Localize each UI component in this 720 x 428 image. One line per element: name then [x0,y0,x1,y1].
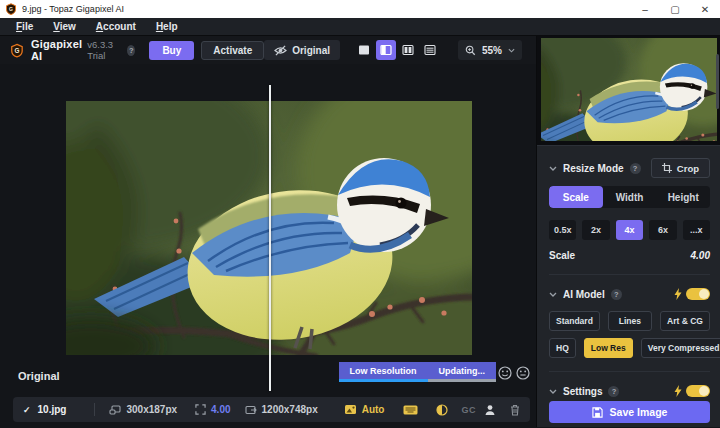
zoom-control[interactable]: 55% [458,40,522,60]
lightning-icon [674,385,682,397]
menu-account[interactable]: Account [86,19,146,34]
activate-button[interactable]: Activate [201,41,264,60]
output-size: 1200x748px [262,404,318,415]
crop-button[interactable]: Crop [651,158,710,178]
app-shield-icon: G [5,3,17,15]
chevron-down-icon [549,166,557,171]
neutral-face-icon[interactable] [516,366,530,380]
original-side-label: Original [18,370,60,382]
scale-value-row: Scale 4.00 [549,250,710,261]
factor-4x-button[interactable]: 4x [616,220,643,240]
save-image-label: Save Image [610,406,668,418]
view-mode-group [354,40,440,60]
scale-label: Scale [549,250,575,261]
ai-model-help-icon[interactable]: ? [611,289,622,300]
happy-face-icon[interactable] [498,366,512,380]
view-single-button[interactable] [354,40,374,60]
settings-panel: Resize Mode ? Crop Scale Width Height 0.… [536,36,720,427]
low-resolution-badge: Low Resolution [339,362,428,379]
ai-model-auto-toggle[interactable] [686,288,710,300]
model-hq-button[interactable]: HQ [549,338,576,358]
crop-icon [662,163,672,173]
auto-mode-label[interactable]: Auto [362,404,385,415]
scale-expand-icon [195,404,206,415]
zoom-in-icon [465,45,476,56]
factor-6x-button[interactable]: 6x [649,220,676,240]
panel-scrollbar[interactable] [716,54,719,109]
model-lines-button[interactable]: Lines [608,311,652,331]
file-check-icon: ✓ [23,405,31,415]
model-art-cg-button[interactable]: Art & CG [660,311,710,331]
mode-width-tab[interactable]: Width [603,186,657,208]
main-toolbar: G Gigapixel AI v6.3.3 Trial ? Buy Activa… [0,36,536,64]
lightning-icon [674,288,682,300]
app-name: Gigapixel AI [31,38,82,62]
menu-file[interactable]: File [6,19,43,34]
split-divider-handle[interactable] [269,85,271,391]
menu-bar: File View Account Help [0,18,720,36]
low-resolution-badge-label: Low Resolution [350,366,417,376]
title-bar: G 9.jpg - Topaz Gigapixel AI – ▢ ✕ [0,0,720,18]
save-image-button[interactable]: Save Image [549,401,710,423]
auto-image-icon [344,404,357,415]
model-low-res-button[interactable]: Low Res [584,338,633,358]
chevron-down-icon [508,48,515,53]
chevron-down-icon [549,292,557,297]
zoom-level: 55% [482,45,502,56]
ai-model-header[interactable]: AI Model ? [549,284,710,304]
preview-canvas[interactable]: Original Low Resolution Updating... [0,64,536,395]
menu-view[interactable]: View [43,19,86,34]
resize-mode-title: Resize Mode [563,163,624,174]
model-very-compressed-button[interactable]: Very Compressed [641,338,720,358]
model-standard-button[interactable]: Standard [549,311,600,331]
scale-factor-group: 0.5x 2x 4x 6x ...x [549,220,710,240]
chevron-down-icon [549,389,557,394]
filename: 10.jpg [38,404,67,415]
low-resolution-progress-bar [339,379,428,382]
resize-help-icon[interactable]: ? [630,163,641,174]
factor-0-5x-button[interactable]: 0.5x [549,220,576,240]
resize-mode-header[interactable]: Resize Mode ? Crop [549,158,710,178]
contrast-compare-icon[interactable] [436,404,448,416]
original-toggle-button[interactable]: Original [264,40,340,60]
input-size-icon [109,405,121,415]
window-title: 9.jpg - Topaz Gigapixel AI [22,4,124,14]
factor-custom-button[interactable]: ...x [683,220,710,240]
view-split-button[interactable] [376,40,396,60]
app-version: v6.3.3 Trial [87,39,121,61]
close-button[interactable]: ✕ [690,0,720,18]
updating-progress-bar [428,379,497,382]
resize-mode-segmented: Scale Width Height [549,186,710,208]
view-split-icon [380,44,392,56]
trash-icon[interactable] [510,404,520,416]
settings-help-icon[interactable]: ? [608,386,619,397]
scale-factor: 4.00 [211,404,230,415]
maximize-button[interactable]: ▢ [660,0,690,18]
status-bar: ✓ 10.jpg 300x187px 4.00 1200x748px Auto [0,395,536,427]
mode-scale-tab[interactable]: Scale [549,186,603,208]
view-side-by-side-button[interactable] [398,40,418,60]
mode-height-tab[interactable]: Height [656,186,710,208]
minimize-button[interactable]: – [630,0,660,18]
crop-button-label: Crop [677,163,699,174]
settings-header[interactable]: Settings ? [549,381,710,401]
view-compare-button[interactable] [420,40,440,60]
processing-badges: Low Resolution Updating... [339,362,497,382]
svg-text:G: G [14,47,19,54]
view-single-icon [358,44,370,56]
input-size: 300x187px [126,404,177,415]
gc-label: GC [462,405,477,415]
svg-text:G: G [9,6,13,12]
buy-button[interactable]: Buy [149,41,194,60]
settings-title: Settings [563,386,602,397]
account-person-icon[interactable] [484,404,496,416]
view-compare-icon [424,44,436,56]
original-toggle-label: Original [292,45,330,56]
settings-auto-toggle[interactable] [686,385,710,397]
version-help-icon[interactable]: ? [127,45,135,56]
eye-off-icon [274,45,287,56]
navigator-thumbnail[interactable] [537,36,720,146]
factor-2x-button[interactable]: 2x [582,220,609,240]
keyboard-icon[interactable] [403,405,418,415]
menu-help[interactable]: Help [146,19,188,34]
